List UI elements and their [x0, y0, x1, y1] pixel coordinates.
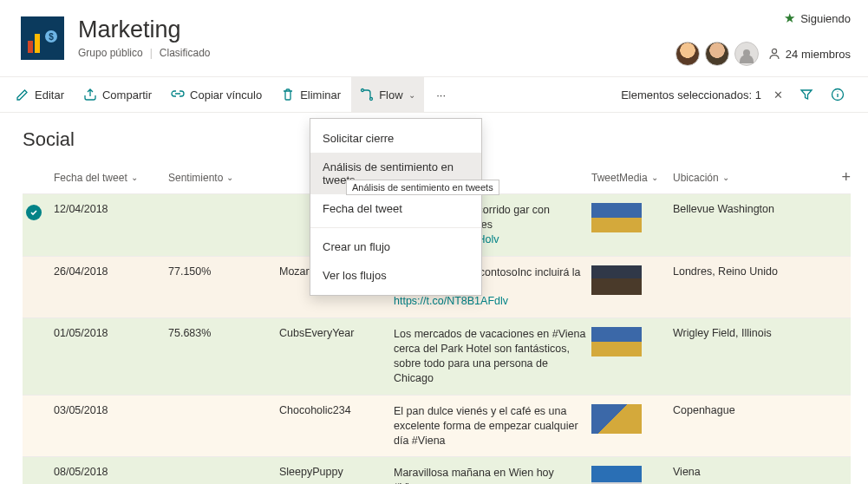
- flow-dropdown-menu: Solicitar cierre Análisis de sentimiento…: [310, 118, 482, 296]
- avatar: [705, 42, 729, 66]
- table-row[interactable]: 03/05/2018Chocoholic234El pan dulce vien…: [23, 396, 851, 458]
- tweet-link[interactable]: https://t.co/NT8B1AFdlv: [394, 295, 508, 307]
- cell-location: Londres, Reino Unido: [673, 265, 825, 278]
- cell-sentiment: 77.150%: [168, 265, 279, 278]
- share-button[interactable]: Compartir: [75, 76, 160, 113]
- cell-location: Viena: [673, 466, 825, 478]
- col-header-date[interactable]: Fecha del tweet ⌄: [54, 168, 168, 186]
- site-title-block: Marketing Grupo público | Clasificado: [78, 17, 211, 59]
- avatar: [734, 42, 759, 66]
- trash-icon: [281, 88, 295, 101]
- media-thumbnail[interactable]: [591, 327, 642, 356]
- media-thumbnail[interactable]: [591, 203, 642, 232]
- clear-selection-button[interactable]: ✕: [773, 88, 783, 101]
- flow-menu-item[interactable]: Crear un flujo: [310, 232, 481, 261]
- filter-button[interactable]: [792, 88, 821, 101]
- cell-text: Maravillosa mañana en Wien hoy #Viena: [394, 466, 591, 484]
- cell-location: Copenhague: [673, 404, 825, 416]
- svg-point-2: [370, 98, 373, 101]
- members-count: 24 miembros: [786, 48, 851, 61]
- person-icon: [767, 47, 781, 61]
- chevron-down-icon: ⌄: [226, 173, 233, 182]
- media-thumbnail[interactable]: [591, 466, 642, 484]
- cell-date: 12/04/2018: [54, 203, 168, 215]
- cell-user: SleepyPuppy: [279, 466, 394, 478]
- cell-location: Wrigley Field, Illinois: [673, 327, 825, 339]
- cell-text: Los mercados de vacaciones en #Viena cer…: [394, 327, 591, 386]
- flow-icon: [360, 88, 374, 101]
- check-icon[interactable]: [26, 205, 42, 220]
- avatar: [675, 42, 700, 66]
- svg-point-1: [362, 89, 364, 92]
- flow-menu-item[interactable]: Solicitar cierre: [310, 124, 481, 153]
- flow-button[interactable]: Flow ⌄: [351, 76, 423, 113]
- filter-icon: [799, 88, 813, 101]
- edit-button[interactable]: Editar: [7, 76, 73, 113]
- group-type: Grupo público: [78, 47, 143, 59]
- chevron-down-icon: ⌄: [408, 90, 415, 100]
- col-header-sentiment[interactable]: Sentimiento ⌄: [168, 168, 279, 186]
- members-link[interactable]: 24 miembros: [767, 47, 851, 61]
- cell-sentiment: 75.683%: [168, 327, 279, 339]
- command-bar: Editar Compartir Copiar vínculo Eliminar…: [0, 76, 868, 113]
- edit-icon: [16, 88, 29, 101]
- table-row[interactable]: 08/05/2018SleepyPuppyMaravillosa mañana …: [23, 457, 851, 484]
- classification: Clasificado: [160, 47, 211, 59]
- chevron-down-icon: ⌄: [131, 173, 138, 182]
- info-button[interactable]: [823, 88, 852, 101]
- more-button[interactable]: ···: [426, 76, 457, 113]
- selection-count: Elementos seleccionados: 1: [621, 88, 761, 101]
- cell-text: El pan dulce vienés y el café es una exc…: [394, 404, 591, 448]
- cell-date: 03/05/2018: [54, 404, 168, 416]
- follow-label: Siguiendo: [800, 12, 851, 25]
- site-logo: [21, 16, 64, 60]
- link-icon: [171, 88, 185, 101]
- add-column-button[interactable]: +: [841, 168, 851, 186]
- media-thumbnail[interactable]: [591, 404, 642, 434]
- chevron-down-icon: ⌄: [722, 173, 729, 182]
- col-header-location[interactable]: Ubicación ⌄: [673, 168, 825, 186]
- table-row[interactable]: 01/05/201875.683%CubsEveryYearLos mercad…: [23, 318, 851, 396]
- cell-date: 01/05/2018: [54, 327, 168, 339]
- cell-user: Chocoholic234: [279, 404, 394, 416]
- chevron-down-icon: ⌄: [651, 173, 658, 182]
- cell-date: 08/05/2018: [54, 466, 168, 478]
- site-header: Marketing Grupo público | Clasificado ★ …: [0, 0, 868, 76]
- svg-point-0: [772, 49, 776, 53]
- tooltip: Análisis de sentimiento en tweets: [346, 180, 499, 195]
- flow-menu-item[interactable]: Fecha del tweet: [310, 194, 481, 223]
- info-icon: [831, 88, 845, 101]
- col-header-media[interactable]: TweetMedia ⌄: [591, 168, 673, 186]
- ellipsis-icon: ···: [434, 88, 448, 101]
- delete-button[interactable]: Eliminar: [272, 76, 349, 113]
- cell-date: 26/04/2018: [54, 265, 168, 278]
- cell-location: Bellevue Washington: [673, 203, 825, 215]
- header-right: ★ Siguiendo 24 miembros: [675, 10, 851, 66]
- share-icon: [83, 88, 97, 101]
- flow-menu-item[interactable]: Ver los flujos: [310, 261, 481, 290]
- star-icon: ★: [784, 10, 795, 26]
- follow-button[interactable]: ★ Siguiendo: [784, 10, 851, 26]
- cell-user: CubsEveryYear: [279, 327, 394, 339]
- site-title[interactable]: Marketing: [78, 17, 211, 43]
- copy-link-button[interactable]: Copiar vínculo: [162, 76, 271, 113]
- member-avatars[interactable]: [675, 42, 759, 66]
- media-thumbnail[interactable]: [591, 265, 642, 295]
